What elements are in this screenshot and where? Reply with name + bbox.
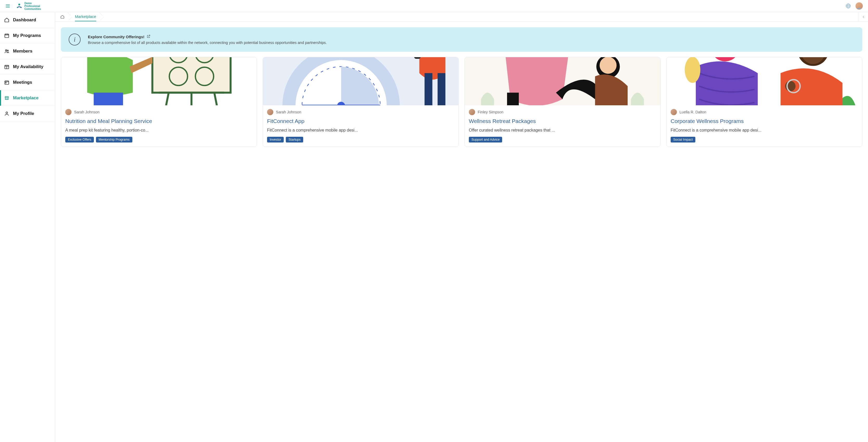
menu-toggle-icon[interactable]: [5, 3, 10, 8]
breadcrumb: Marketplace: [55, 12, 868, 22]
author-name: Finley Simpson: [478, 110, 503, 114]
card-tag[interactable]: Exclusive Offers: [65, 137, 94, 143]
card-description: FitConnect is a comprehensive mobile app…: [671, 127, 858, 133]
card-title: FitConnect App: [267, 118, 454, 125]
sidebar: Dashboard My Programs Members My Availab…: [0, 12, 55, 442]
card-image: [666, 57, 862, 105]
sidebar-item-label: Marketplace: [13, 95, 38, 101]
sidebar-item-label: Members: [13, 49, 32, 54]
info-icon: i: [69, 34, 81, 45]
marketplace-card[interactable]: Sarah Johnson FitConnect App FitConnect …: [262, 57, 459, 147]
marketplace-card[interactable]: Finley Simpson Wellness Retreat Packages…: [464, 57, 660, 147]
svg-rect-10: [5, 34, 9, 37]
svg-point-3: [19, 4, 20, 5]
sidebar-item-my-availability[interactable]: My Availability: [0, 59, 55, 74]
breadcrumb-collapse-icon[interactable]: [859, 12, 868, 21]
sidebar-item-members[interactable]: Members: [0, 43, 55, 59]
author-name: Sarah Johnson: [276, 110, 301, 114]
sidebar-item-dashboard[interactable]: Dashboard: [0, 12, 55, 28]
svg-rect-36: [94, 93, 123, 105]
external-link-icon[interactable]: [147, 34, 151, 39]
card-title: Nutrition and Meal Planning Service: [65, 118, 252, 125]
banner-title: Explore Community Offerings!: [88, 35, 145, 39]
svg-rect-26: [152, 57, 231, 93]
card-image: [263, 57, 459, 105]
author-avatar: [671, 109, 677, 115]
svg-point-24: [6, 112, 8, 114]
svg-point-9: [858, 4, 860, 6]
svg-point-65: [685, 57, 700, 83]
cards-grid: Sarah Johnson Nutrition and Meal Plannin…: [61, 57, 862, 147]
sidebar-item-my-programs[interactable]: My Programs: [0, 28, 55, 43]
sidebar-item-label: My Profile: [13, 111, 34, 116]
brand-line3: Communities: [25, 7, 41, 10]
language-icon[interactable]: [846, 3, 851, 8]
brand-line2: Professional: [25, 5, 41, 7]
marketplace-card[interactable]: Sarah Johnson Nutrition and Meal Plannin…: [61, 57, 257, 147]
svg-point-5: [21, 7, 22, 8]
sidebar-item-meetings[interactable]: Meetings: [0, 74, 55, 90]
author-name: Sarah Johnson: [74, 110, 100, 114]
sidebar-item-marketplace[interactable]: Marketplace: [0, 90, 55, 106]
breadcrumb-current-label: Marketplace: [75, 12, 96, 21]
card-image: [465, 57, 660, 105]
svg-point-56: [600, 57, 617, 74]
brand-line1: Demo: [25, 2, 41, 5]
topbar: Demo Professional Communities: [0, 0, 868, 12]
svg-rect-54: [507, 93, 519, 105]
card-image: [61, 57, 257, 105]
author-name: Luella R. Dalton: [680, 110, 706, 114]
brand-logo[interactable]: Demo Professional Communities: [16, 2, 41, 10]
svg-point-21: [5, 83, 6, 83]
marketplace-card[interactable]: Luella R. Dalton Corporate Wellness Prog…: [666, 57, 862, 147]
sidebar-item-label: Meetings: [13, 80, 32, 85]
sidebar-item-label: My Availability: [13, 64, 43, 69]
card-tag[interactable]: Mentorship Programs: [96, 137, 132, 143]
svg-rect-49: [438, 73, 445, 105]
card-description: FitConnect is a comprehensive mobile app…: [267, 127, 454, 133]
card-tag[interactable]: Startups: [286, 137, 303, 143]
sidebar-item-label: Dashboard: [13, 18, 36, 23]
svg-point-15: [7, 50, 8, 51]
card-title: Wellness Retreat Packages: [469, 118, 656, 125]
card-description: Offer curated wellness retreat packages …: [469, 127, 656, 133]
card-title: Corporate Wellness Programs: [671, 118, 858, 125]
card-tag[interactable]: Support and Advice: [469, 137, 502, 143]
banner-description: Browse a comprehensive list of all produ…: [88, 40, 327, 45]
card-tag[interactable]: Social Impact: [671, 137, 695, 143]
svg-rect-48: [425, 73, 432, 105]
sidebar-item-my-profile[interactable]: My Profile: [0, 106, 55, 121]
user-avatar[interactable]: [856, 2, 863, 10]
info-banner: i Explore Community Offerings! Browse a …: [61, 27, 862, 52]
svg-point-4: [17, 7, 18, 8]
author-avatar: [65, 109, 71, 115]
author-avatar: [267, 109, 273, 115]
breadcrumb-home[interactable]: [55, 12, 70, 21]
card-description: A meal prep kit featuring healthy, porti…: [65, 127, 252, 133]
breadcrumb-current[interactable]: Marketplace: [70, 12, 101, 21]
sidebar-item-label: My Programs: [13, 33, 41, 38]
svg-rect-19: [5, 81, 9, 84]
svg-point-14: [5, 50, 7, 51]
card-tag[interactable]: Investor: [267, 137, 284, 143]
author-avatar: [469, 109, 475, 115]
